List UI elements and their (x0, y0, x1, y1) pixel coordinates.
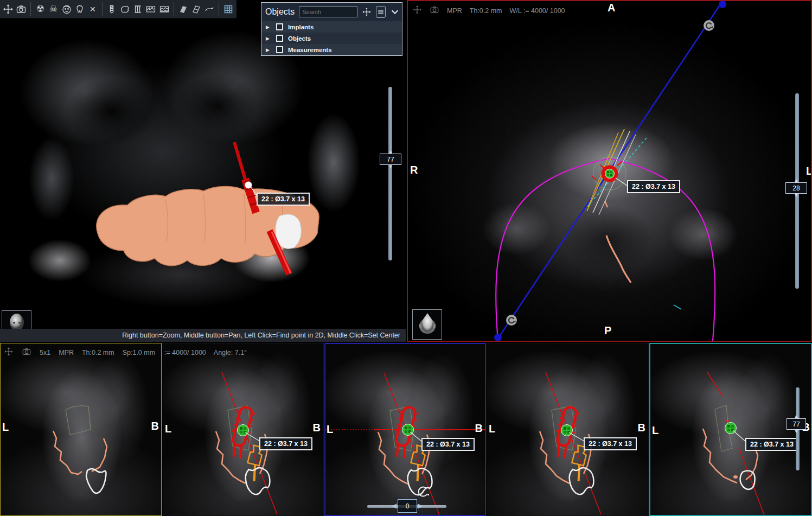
tree-item-objects[interactable]: ▶ Objects (261, 33, 402, 44)
camera-icon[interactable] (15, 2, 27, 16)
pan-icon[interactable] (412, 5, 422, 16)
objects-checkbox[interactable] (276, 35, 283, 42)
slider-up-icon[interactable]: ▲ (787, 415, 806, 418)
curve-icon[interactable] (119, 2, 131, 16)
objects-panel: Objects (261, 2, 402, 56)
head-top-icon (416, 312, 439, 337)
panoramic-slices-icon[interactable] (132, 2, 144, 16)
toolbar-separator (30, 2, 31, 16)
orientation-l: L (652, 424, 658, 437)
slider-right-icon[interactable]: ▶ (418, 502, 423, 509)
tree-item-implants[interactable]: ▶ Implants (261, 21, 402, 33)
orientation-b: B (638, 422, 645, 434)
orientation-head-top[interactable] (412, 309, 442, 340)
cross-section-canvas-1[interactable] (1, 343, 161, 515)
clip-plane-outline-icon[interactable] (190, 2, 202, 16)
implant-annotation-cs4[interactable]: 22 : Ø3.7 x 13 (584, 437, 637, 450)
implant-planning-app: ☢ ☠ × (0, 0, 812, 516)
clip-plane-filled-icon[interactable] (177, 2, 189, 16)
tree-item-label: Measurements (288, 47, 332, 53)
offset-slider-handle[interactable]: 0 (398, 499, 417, 513)
orientation-b: B (313, 422, 321, 434)
orientation-b: B (475, 422, 483, 435)
view-3d: ☢ ☠ × (0, 0, 406, 342)
expand-triangle-icon[interactable]: ▶ (266, 36, 271, 41)
view-axial: MPR Th:0.2 mm W/L := 4000/ 1000 A R L P … (407, 0, 812, 342)
objects-panel-title: Objects (265, 7, 295, 17)
slice-slider-handle-cs5[interactable]: ▲ 77 ▼ (787, 415, 806, 434)
axial-canvas[interactable] (408, 1, 811, 341)
angle-label: Angle: 7.1° (214, 349, 247, 356)
tree-item-label: Implants (288, 24, 314, 30)
orientation-l: L (2, 421, 9, 434)
radiation-icon[interactable]: ☢ (34, 2, 46, 16)
slider-value: 77 (792, 421, 800, 428)
toolbar-separator (102, 2, 103, 16)
implants-checkbox[interactable] (276, 23, 283, 30)
pan-icon[interactable] (2, 2, 14, 16)
close-icon[interactable]: × (87, 2, 99, 16)
expand-triangle-icon[interactable]: ▶ (266, 47, 271, 53)
tooth-icon[interactable] (74, 2, 86, 16)
implant-annotation-axial[interactable]: 22 : Ø3.7 x 13 (627, 180, 680, 193)
thickness-label: Th:0.2 mm (470, 7, 502, 15)
orientation-b: B (151, 420, 159, 432)
face-icon[interactable] (60, 2, 72, 16)
cross-section-view-3: L B 22 : Ø3.7 x 13 ◀ 0 ▶ (324, 343, 486, 516)
objects-search-input[interactable] (299, 7, 357, 17)
window-level-label: W/L := 4000/ 1000 (510, 7, 565, 15)
panorama-marked-icon[interactable] (158, 2, 170, 16)
slice-slider-track-3d[interactable] (388, 87, 392, 260)
cross-section-canvas-3[interactable] (325, 344, 485, 515)
implant-annotation-cs5[interactable]: 22 : Ø3.7 x 13 (745, 438, 798, 451)
implant-annotation-cs2[interactable]: 22 : Ø3.7 x 13 (259, 437, 312, 450)
cross-section-view-1: 5x1 MPR Th:0.2 mm Sp:1.0 mm W/L L B (0, 343, 162, 516)
slider-value: 77 (387, 156, 394, 163)
spacing-label: Sp:1.0 mm (123, 349, 155, 356)
cross-section-view-2: := 4000/ 1000 Angle: 7.1° L B 22 : Ø3.7 … (163, 343, 324, 516)
layout-label: 5x1 (40, 349, 50, 356)
expand-triangle-icon[interactable]: ▶ (266, 24, 271, 30)
curve-line-icon[interactable] (203, 2, 215, 16)
tree-item-label: Objects (288, 35, 311, 42)
slider-left-icon[interactable]: ◀ (392, 502, 397, 509)
objects-panel-header: Objects (261, 3, 402, 21)
camera-icon[interactable] (430, 5, 439, 16)
list-view-icon[interactable] (376, 6, 386, 18)
tree-item-measurements[interactable]: ▶ Measurements (261, 44, 402, 55)
implant-label-text: 22 : Ø3.7 x 13 (264, 440, 308, 448)
cross-section-canvas-2[interactable] (163, 343, 323, 515)
measurements-checkbox[interactable] (276, 46, 283, 53)
grid-icon[interactable] (222, 2, 234, 16)
implant-label-text: 22 : Ø3.7 x 13 (261, 195, 305, 203)
orientation-l: L (489, 423, 495, 435)
implant-icon[interactable] (106, 2, 118, 16)
thickness-label: Th:0.2 mm (82, 349, 114, 356)
implant-annotation-3d[interactable]: 22 : Ø3.7 x 13 (257, 193, 310, 206)
slider-down-icon[interactable]: ▼ (380, 165, 401, 169)
cross-section-view-4: L B 22 : Ø3.7 x 13 (487, 343, 649, 516)
pan-icon[interactable] (4, 347, 14, 358)
axial-header: MPR Th:0.2 mm W/L := 4000/ 1000 (412, 5, 565, 16)
slider-down-icon[interactable]: ▼ (785, 194, 807, 198)
slider-down-icon[interactable]: ▼ (787, 430, 806, 434)
slider-up-icon[interactable]: ▲ (785, 179, 807, 182)
panorama-icon[interactable] (145, 2, 157, 16)
chevron-down-icon[interactable] (390, 6, 400, 18)
slider-value: 0 (406, 502, 410, 510)
camera-icon[interactable] (22, 347, 31, 358)
orientation-l: L (327, 423, 333, 436)
cross-section-canvas-4[interactable] (487, 343, 648, 515)
slice-slider-handle-3d[interactable]: ▲ 77 ▼ (380, 150, 401, 169)
slider-up-icon[interactable]: ▲ (380, 150, 401, 154)
orientation-a: A (608, 2, 615, 14)
orientation-r: R (410, 164, 418, 176)
status-text: Right button=Zoom, Middle button=Pan, Le… (122, 332, 400, 339)
implant-annotation-cs3[interactable]: 22 : Ø3.7 x 13 (421, 438, 475, 451)
cross-section-view-5: L B 22 : Ø3.7 x 13 ▲ 77 ▼ (649, 343, 812, 516)
skull-icon[interactable]: ☠ (47, 2, 59, 16)
move-icon[interactable] (362, 6, 372, 18)
orientation-l: L (806, 165, 812, 177)
window-level-label: := 4000/ 1000 (164, 349, 206, 356)
slice-slider-handle-axial[interactable]: ▲ 28 ▼ (785, 179, 807, 198)
